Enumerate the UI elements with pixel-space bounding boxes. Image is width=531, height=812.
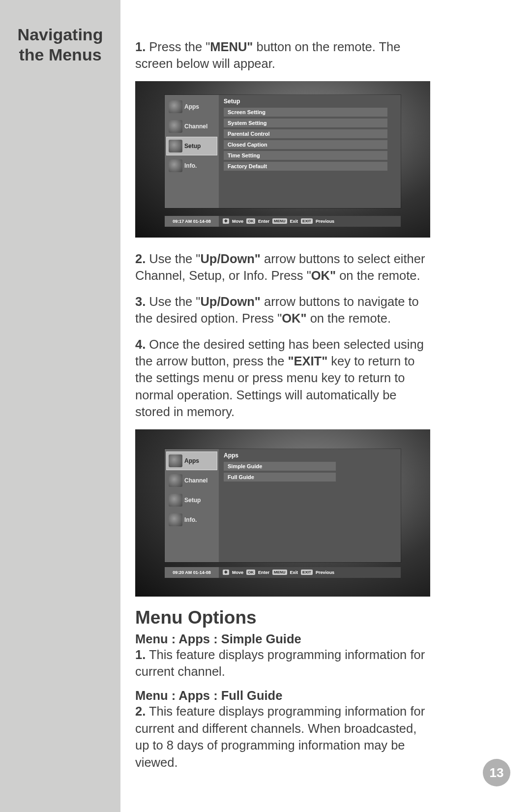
- main-content: 1. Press the "MENU" button on the remote…: [135, 38, 430, 771]
- osd-menu-tabs: Apps Channel Setup Info.: [165, 95, 219, 208]
- osd-tab-info: Info.: [167, 511, 217, 529]
- osd-status-bar: 09:20 AM 01-14-08 ✥Move OKEnter MENUExit…: [165, 567, 401, 578]
- menu-key-icon: MENU: [272, 218, 287, 224]
- osd-timestamp: 09:17 AM 01-14-08: [165, 216, 219, 227]
- osd-tab-setup: Setup: [167, 137, 217, 155]
- nav-arrows-icon: ✥: [223, 218, 229, 224]
- ok-key-icon: OK: [246, 218, 255, 224]
- thumb-icon: [169, 100, 182, 113]
- osd-key-hints: ✥Move OKEnter MENUExit EXITPrevious: [219, 216, 401, 227]
- osd-tab-channel: Channel: [167, 472, 217, 489]
- osd-timestamp: 09:20 AM 01-14-08: [165, 567, 219, 578]
- exit-key-icon: EXIT: [301, 218, 313, 224]
- ok-key-icon: OK: [246, 570, 255, 575]
- step-4: 4. Once the desired setting has been sel…: [135, 336, 430, 421]
- osd-row: Factory Default: [224, 162, 387, 171]
- osd-row: System Setting: [224, 119, 387, 127]
- menu-key-icon: MENU: [272, 570, 287, 575]
- thumb-icon: [169, 513, 182, 526]
- osd-row: Full Guide: [224, 473, 336, 481]
- osd-tab-setup: Setup: [167, 491, 217, 509]
- thumb-icon: [169, 159, 182, 172]
- thumb-icon: [169, 474, 182, 487]
- osd-panel-title: Apps: [224, 452, 396, 459]
- osd-menu-body: Setup Screen Setting System Setting Pare…: [219, 95, 401, 208]
- screenshot-setup-menu: Apps Channel Setup Info. Setup Screen Se…: [135, 81, 430, 238]
- osd-menu-body: Apps Simple Guide Full Guide: [219, 449, 401, 562]
- sidebar: Navigating the Menus: [0, 0, 120, 812]
- osd-row: Simple Guide: [224, 462, 336, 471]
- page-number-badge: 13: [483, 759, 510, 786]
- osd-tab-info: Info.: [167, 157, 217, 175]
- osd-key-hints: ✥Move OKEnter MENUExit EXITPrevious: [219, 567, 401, 578]
- thumb-icon: [169, 454, 182, 467]
- subhead-simple-guide: Menu : Apps : Simple Guide: [135, 632, 430, 646]
- thumb-icon: [169, 120, 182, 133]
- osd-row: Parental Control: [224, 129, 387, 138]
- osd-row: Closed Caption: [224, 140, 387, 149]
- osd-row: Time Setting: [224, 151, 387, 160]
- osd-status-bar: 09:17 AM 01-14-08 ✥Move OKEnter MENUExit…: [165, 216, 401, 227]
- osd-menu-tabs: Apps Channel Setup Info.: [165, 449, 219, 562]
- menu-options-heading: Menu Options: [135, 607, 430, 628]
- subhead-full-guide: Menu : Apps : Full Guide: [135, 689, 430, 703]
- osd-tab-apps: Apps: [167, 98, 217, 116]
- nav-arrows-icon: ✥: [223, 570, 229, 575]
- sidebar-title-line2: the Menus: [19, 45, 101, 64]
- osd-row: Screen Setting: [224, 108, 387, 117]
- osd-menu-panel: Apps Channel Setup Info. Apps Simple Gui…: [165, 449, 401, 562]
- thumb-icon: [169, 140, 182, 152]
- thumb-icon: [169, 494, 182, 507]
- step-3: 3. Use the "Up/Down" arrow buttons to na…: [135, 293, 430, 327]
- simple-guide-desc: 1. This feature displays programming inf…: [135, 646, 430, 680]
- step-2: 2. Use the "Up/Down" arrow buttons to se…: [135, 250, 430, 284]
- osd-panel-title: Setup: [224, 98, 396, 105]
- sidebar-title-line1: Navigating: [18, 25, 103, 44]
- sidebar-title: Navigating the Menus: [9, 25, 112, 65]
- osd-menu-panel: Apps Channel Setup Info. Setup Screen Se…: [165, 95, 401, 208]
- exit-key-icon: EXIT: [301, 570, 313, 575]
- step-1: 1. Press the "MENU" button on the remote…: [135, 38, 430, 72]
- screenshot-apps-menu: Apps Channel Setup Info. Apps Simple Gui…: [135, 429, 430, 597]
- osd-tab-apps: Apps: [167, 452, 217, 470]
- osd-tab-channel: Channel: [167, 118, 217, 135]
- full-guide-desc: 2. This feature displays programming inf…: [135, 703, 430, 771]
